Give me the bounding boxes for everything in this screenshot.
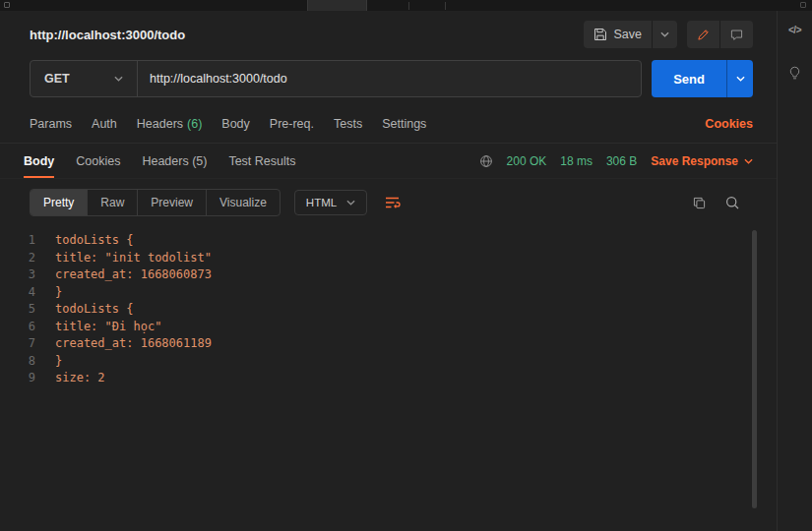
save-options-caret[interactable] [652,21,677,48]
chevron-down-icon [736,76,745,82]
line-text: } [55,353,62,371]
view-tabs: PrettyRawPreviewVisualize [30,189,281,216]
line-text: size: 2 [55,370,105,387]
response-size: 306 B [606,154,637,168]
request-tab-body[interactable]: Body [221,117,250,143]
line-number: 2 [0,250,55,267]
response-tabs: BodyCookiesHeaders (5)Test Results [24,144,296,178]
send-options-caret[interactable] [726,60,753,97]
wrap-lines-icon [385,197,401,208]
line-number: 3 [0,266,55,284]
main-area: http://localhost:3000/todo Save [0,11,812,531]
edit-comment-group [687,21,753,48]
copy-icon [693,197,706,209]
line-number: 7 [0,335,55,353]
format-dropdown[interactable]: HTML [294,190,367,215]
response-tab-headers-5[interactable]: Headers (5) [142,144,207,178]
code-line: 6title: "Đi học" [0,319,777,336]
search-icon [725,196,739,209]
url-input[interactable] [138,61,641,96]
line-number: 6 [0,319,55,336]
line-text: todoLists { [55,301,133,319]
comment-icon [730,29,743,41]
request-tab-settings[interactable]: Settings [382,117,426,143]
request-tab-auth[interactable]: Auth [92,117,117,143]
send-button[interactable]: Send [652,60,726,97]
comment-button[interactable] [719,21,753,48]
code-line: 8} [0,353,777,371]
tab-label: Headers (5) [142,154,207,168]
tab-label: Test Results [228,154,295,168]
tab-label: Pre-req. [270,117,314,131]
code-line: 7created_at: 1668061189 [0,335,777,353]
tab-label: Headers [137,117,183,131]
tab-label: Auth [92,117,117,131]
code-line: 4} [0,284,777,302]
response-header: BodyCookiesHeaders (5)Test Results 200 O… [0,144,777,179]
line-text: todoLists { [55,232,133,250]
header-actions: Save [584,21,754,48]
tab-label: Body [221,117,250,131]
response-tab-cookies[interactable]: Cookies [76,144,120,178]
toolbar-right [693,196,753,209]
lightbulb-icon[interactable] [787,65,802,81]
request-tab-headers[interactable]: Headers(6) [137,117,203,143]
line-number: 9 [0,370,55,387]
tab-label: Settings [382,117,426,131]
request-tab-params[interactable]: Params [30,117,72,143]
response-body-viewer: 1todoLists {2title: "init todolist"3crea… [0,224,777,531]
globe-icon[interactable] [479,154,493,168]
cookies-link[interactable]: Cookies [705,117,753,143]
window-icon [4,2,10,8]
tab-count: (6) [187,117,202,131]
tab-label: Cookies [76,154,120,168]
chevron-down-icon [114,76,123,82]
response-tab-test-results[interactable]: Test Results [228,144,295,178]
code-lines: 1todoLists {2title: "init todolist"3crea… [0,232,777,387]
save-label: Save [614,28,643,41]
view-tab-visualize[interactable]: Visualize [207,190,280,215]
save-button[interactable]: Save [584,21,653,48]
view-tab-pretty[interactable]: Pretty [31,190,88,215]
code-line: 5todoLists { [0,301,777,319]
line-text: created_at: 1668061189 [55,335,212,353]
line-number: 1 [0,232,55,250]
request-tab-tests[interactable]: Tests [334,117,362,143]
save-icon [593,28,607,41]
save-response-button[interactable]: Save Response [651,154,753,168]
line-text: title: "Đi học" [55,319,161,336]
scrollbar-thumb[interactable] [752,230,757,508]
save-button-group: Save [584,21,678,48]
response-toolbar: PrettyRawPreviewVisualize HTML [0,179,777,224]
tab-separator [408,2,409,10]
response-tab-body[interactable]: Body [24,144,54,178]
request-tabs: ParamsAuthHeaders(6)BodyPre-req.TestsSet… [30,117,426,143]
url-box: GET [30,60,642,97]
search-button[interactable] [725,196,739,209]
tab-label: Params [30,117,72,131]
line-text: } [55,284,62,302]
tab-label: Tests [334,117,362,131]
view-tab-preview[interactable]: Preview [138,190,207,215]
save-response-label: Save Response [651,154,738,168]
code-snippet-icon[interactable]: </> [788,25,801,35]
response-status-cluster: 200 OK 18 ms 306 B Save Response [479,154,753,168]
status-code: 200 OK [507,154,547,168]
send-button-group: Send [652,60,753,97]
code-line: 3created_at: 1668060873 [0,266,777,284]
tab-label: Body [24,154,54,168]
edit-button[interactable] [687,21,719,48]
line-number: 8 [0,353,55,371]
line-number: 4 [0,284,55,302]
line-text: created_at: 1668060873 [55,266,212,284]
request-tab-pre-req[interactable]: Pre-req. [270,117,314,143]
tab-bar-control [800,2,806,8]
url-row: GET Send [0,52,777,109]
method-select[interactable]: GET [31,61,137,96]
copy-button[interactable] [693,197,706,209]
view-tab-raw[interactable]: Raw [88,190,138,215]
active-request-tab[interactable] [307,0,367,11]
window-tab-bar [0,0,812,11]
wrap-lines-button[interactable] [381,193,405,212]
format-label: HTML [306,197,337,208]
